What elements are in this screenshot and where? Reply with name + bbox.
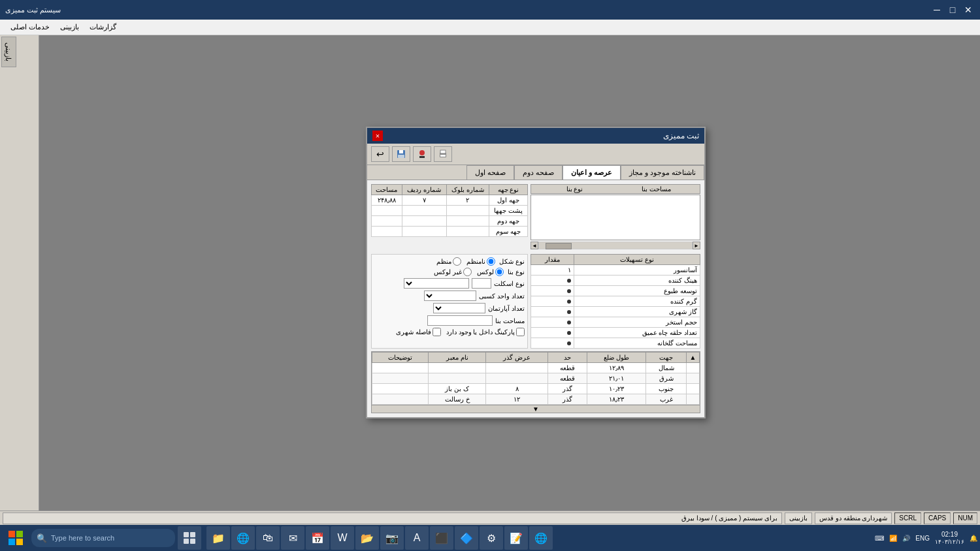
search-bar[interactable]: 🔍 Type here to search [31,529,175,547]
tab-unknown[interactable]: ناشناخته موجود و مجاز [621,165,704,180]
notes-button[interactable]: 📝 [504,526,528,550]
border-dir: غرب [646,394,687,405]
faces-col-area: مساحت [372,185,402,195]
fac-type: آسانسور [574,265,700,276]
store-button[interactable]: 🛍 [256,526,280,550]
b-area-label: مساحت بنا [495,317,525,324]
unit-count-label: تعداد واحد کسبی [479,292,525,300]
scroll-right-button[interactable]: ► [693,242,700,249]
list-item: گاز شهری [531,307,700,317]
table-row: جهه سوم [372,227,528,237]
edge-button[interactable]: 🌐 [231,526,255,550]
system-status: برای سیستم ( ممیزی ) / سودا بیرق [3,512,782,524]
fac-value [531,307,574,317]
maximize-button[interactable]: □ [946,3,959,16]
border-desc [372,373,429,384]
facade-type-select[interactable] [404,278,469,289]
word-button[interactable]: W [331,526,354,550]
facade-code-input[interactable] [472,278,491,289]
apt-count-select[interactable] [433,303,485,313]
minimize-button[interactable]: ─ [930,3,943,16]
type-lux-radio[interactable] [495,268,504,276]
undo-button[interactable]: ↩ [371,146,389,162]
type-non-lux-label[interactable]: غیر لوکس [434,268,472,276]
taskbar: 🔍 Type here to search 📁 🌐 🛍 ✉ 📅 W 📂 📷 A … [0,525,980,551]
keyboard-icon: ⌨ [875,535,884,542]
shape-irregular-label[interactable]: نامنظم [466,257,495,266]
apt-count-label: تعداد آپارتمان [488,305,525,312]
outlook-button[interactable]: 📅 [306,526,329,550]
building-area-label: مساحت بنا [615,185,697,193]
menu-item-review[interactable]: بازبینی [55,22,84,33]
dialog-close-button[interactable]: × [372,131,383,141]
face-type: جهه سوم [489,227,528,237]
search-icon: 🔍 [37,533,47,543]
svg-point-3 [419,150,425,155]
file-manager-button[interactable]: 📁 [206,526,230,550]
parking-checkbox[interactable] [516,328,525,336]
type-non-lux-radio[interactable] [463,268,472,276]
menu-item-main-services[interactable]: خدمات اصلی [5,22,55,33]
notification-button[interactable]: 🔔 [970,535,977,542]
sidebar-tab-review[interactable]: بازبینی [1,37,16,67]
unit-count-select[interactable] [424,291,476,301]
border-col-length: طول ضلع [587,353,646,363]
scroll-down-button[interactable]: ▼ [372,405,700,413]
scroll-left-button[interactable]: ◄ [531,242,538,249]
building-shape-label: نوع شکل [499,258,525,265]
building-area-input[interactable] [427,315,493,326]
faces-col-row: شماره ردیف [402,185,446,195]
urban-dist-checkbox[interactable] [433,328,441,336]
app3-button[interactable]: 🔷 [455,526,478,550]
tab-page1[interactable]: صفحه اول [466,165,514,180]
close-button[interactable]: ✕ [962,3,975,16]
shape-regular-radio[interactable] [453,257,461,266]
shape-irregular-radio[interactable] [487,257,495,266]
user-status: بازبینی [785,512,812,524]
list-item: حجم استخر [531,317,700,328]
dialog-register: ثبت ممیزی × ↩ ناشناخته موجود و مجاز عرصه… [366,127,706,418]
list-item: آسانسور ۱ [531,265,700,276]
urban-dist-checkbox-label[interactable]: فاصله شهری [396,328,441,336]
face-row: ۷ [402,195,446,206]
faces-col-type: نوع جهه [489,185,528,195]
table-row: پشت جهها [372,206,528,216]
drawing-area[interactable] [531,195,700,240]
menu-item-reports[interactable]: گزارشات [84,22,122,33]
autocad-button[interactable]: A [405,526,429,550]
explorer-button[interactable]: 📂 [355,526,379,550]
shape-regular-label[interactable]: منظم [436,257,461,266]
building-type-label2: نوع بنا [508,268,525,276]
fac-col-type: نوع تسهیلات [574,255,700,265]
type-lux-label[interactable]: لوکس [477,268,504,276]
border-dir: جنوب [646,384,687,394]
start-button[interactable] [3,527,29,548]
tab-main[interactable]: عرصه و اعیان [563,165,621,180]
task-view-button[interactable] [178,526,201,550]
stamp-button[interactable] [413,146,431,162]
app2-button[interactable]: ⬛ [430,526,453,550]
list-item: تعداد حلقه چاه عمیق [531,328,700,338]
face-block [446,216,489,227]
tab-page2[interactable]: صفحه دوم [514,165,563,180]
right-form-panel: نوع شکل نامنظم منظم [371,254,528,349]
camera-button[interactable]: 📷 [380,526,404,550]
mail-button[interactable]: ✉ [281,526,304,550]
chrome-button[interactable]: 🌐 [529,526,553,550]
lang-indicator[interactable]: ENG [915,535,930,542]
save-button[interactable] [392,146,410,162]
svg-rect-13 [190,532,195,537]
border-col-type: حد [548,353,587,363]
svg-rect-1 [399,150,403,153]
border-width [486,363,548,373]
top-section: مساحت بنا نوع بنا ◄ ► [371,184,700,251]
title-bar: سیستم ثبت ممیزی ─ □ ✕ [0,0,980,20]
parking-checkbox-label[interactable]: پارکینگ داخل یا وجود دارد [446,328,525,336]
border-street [429,363,486,373]
time-display[interactable]: 02:19 ۱۴۰۳/۱۲/۱۶ [935,530,964,546]
settings-button[interactable]: ⚙ [480,526,503,550]
svg-rect-7 [440,155,446,157]
print-button[interactable] [434,146,452,162]
fac-value [531,317,574,328]
border-street: ک بن باز [429,384,486,394]
